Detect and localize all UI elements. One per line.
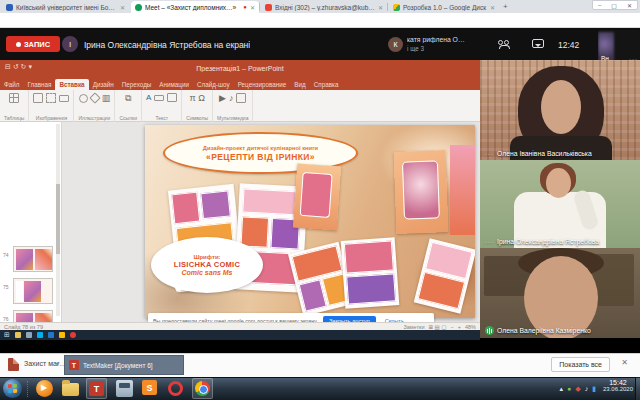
slide-title-line2: «РЕЦЕПТИ ВІД ІРИНКИ» [206,152,315,162]
textbox-icon[interactable] [154,95,164,101]
participant-name: Олена Валеріївна Казміренко [497,327,591,334]
ribbon-tab-home[interactable]: Главная [23,79,55,90]
ribbon-group-images: Изображения [29,90,74,122]
shapes-icon[interactable] [79,94,88,103]
presenter-opera-icon[interactable] [70,332,76,338]
ribbon-tab-transitions[interactable]: Переходы [118,79,156,90]
tab-meet-active[interactable]: Meet – «Захист дипломних…» ● ✕ [131,1,259,13]
tile-menu-icon[interactable]: ··· [485,151,494,157]
downloaded-file-name[interactable]: Захист маг… [24,360,66,367]
ribbon-tab-view[interactable]: Вид [290,79,309,90]
presenter-start-icon[interactable]: ⊞ [4,330,10,340]
screen-recording-icon[interactable] [236,93,246,103]
media-player-icon[interactable] [36,380,53,397]
slide-thumbnail[interactable] [13,246,53,272]
slide-number: 75 [3,284,9,290]
start-button[interactable] [3,379,22,398]
font-name-2: Comic sans Ms [182,269,233,276]
book-cover-card [293,164,341,231]
tray-status-icon[interactable]: ● [567,381,571,396]
ribbon-tab-design[interactable]: Дизайн [89,79,118,90]
minimize-icon[interactable]: – [598,2,601,8]
smartart-icon[interactable] [89,92,100,103]
video-tile-kazmirenko[interactable]: Олена Валеріївна Казміренко [480,248,640,338]
wordart-icon[interactable]: А [146,93,151,102]
participant-name-text: катя рифлена О… [407,36,477,43]
ribbon-tab-animations[interactable]: Анимации [155,79,193,90]
s-app-icon[interactable]: S [142,380,159,397]
browser-window-controls: – ▢ ✕ [592,0,638,10]
chat-icon[interactable] [532,39,544,48]
tab-close-icon[interactable]: ✕ [378,4,383,11]
group-label: Таблицы [4,115,24,121]
video-icon[interactable]: ▶ [219,93,226,103]
hyperlink-icon[interactable]: ⧉ [125,93,131,104]
table-icon[interactable] [9,93,19,103]
presenter-drive-icon[interactable] [59,332,65,338]
video-tile-yastrebova[interactable]: ··· Ірина Олександрівна Ястребова [480,160,640,248]
explorer-folder-icon[interactable] [62,383,79,396]
audio-icon[interactable]: ♪ [229,93,234,103]
opera-icon[interactable] [168,381,183,396]
tab-close-icon[interactable]: ✕ [490,4,495,11]
restore-icon[interactable]: ▢ [611,2,617,9]
ribbon-group-tables: Таблицы [0,90,29,122]
textmaker-taskbar-icon[interactable]: T [86,378,107,399]
slide-thumbnail-panel: 74 75 76 77 78 79 [0,122,62,322]
show-desktop-button[interactable] [635,377,640,400]
notes-button[interactable]: Заметки [403,324,424,330]
download-caret-icon[interactable]: ▾ [56,360,59,367]
show-all-downloads-button[interactable]: Показать все [551,357,610,372]
ribbon-group-media: ▶ ♪ Мультимедиа [213,90,253,122]
taskbar-clock[interactable]: 15:42 23.06.2020 [603,379,633,392]
presenter-folder-icon[interactable] [15,332,21,338]
tab-university[interactable]: Київський університет імені Бо… ✕ [2,1,129,13]
zoom-in-button[interactable]: + [458,324,461,330]
chart-icon[interactable]: ▥ [102,93,111,103]
equation-symbol-icons[interactable]: π Ω [189,93,204,103]
ribbon-tab-slideshow[interactable]: Слайд-шоу [193,79,234,90]
tab-close-icon[interactable]: ✕ [250,4,255,11]
slide-number: 74 [3,252,9,258]
calculator-icon[interactable] [116,380,133,397]
header-footer-icon[interactable] [167,93,177,102]
zoom-out-button[interactable]: − [451,324,454,330]
presenter-calculator-icon[interactable] [26,332,32,338]
participants-icon[interactable] [498,40,512,49]
presenter-skype-icon[interactable] [37,332,43,338]
chrome-taskbar-icon[interactable] [192,378,213,399]
slide-thumbnail[interactable] [13,278,53,304]
slide-thumbnail[interactable] [13,310,53,322]
group-label: Мультимедиа [217,115,248,121]
ribbon-tab-help[interactable]: Справка [310,79,343,90]
screenshot-icon[interactable] [59,95,69,102]
online-pictures-icon[interactable] [46,93,56,103]
ribbon-tab-review[interactable]: Рецензирование [234,79,291,90]
tray-network-icon[interactable]: ▮ [592,381,596,396]
tab-title: Meet – «Захист дипломних…» [145,4,240,11]
participant-name: Ірина Олександрівна Ястребова [497,238,599,245]
ribbon-tab-file[interactable]: Файл [0,79,23,90]
presenter-edge-icon[interactable] [48,332,54,338]
ribbon-tab-insert-selected[interactable]: Вставка [55,79,88,90]
tray-volume-icon[interactable]: ♪ [585,381,589,396]
tile-menu-icon[interactable]: ··· [485,239,494,245]
s-app-glyph: S [142,380,157,395]
self-view-video[interactable]: Вн ··· [598,30,640,64]
audio-active-icon [485,326,494,335]
tray-expand-icon[interactable]: ▴ [560,381,564,396]
tray-app-icon[interactable]: ◆ [575,381,580,396]
close-icon[interactable]: ✕ [627,2,632,9]
shelf-close-icon[interactable]: ✕ [621,358,628,367]
slide-counter: Слайд 78 из 79 [4,324,43,330]
picture-icon[interactable] [33,93,43,103]
new-tab-button[interactable]: + [503,2,508,11]
view-mode-icons[interactable]: ⊞ ▤ ▢ [428,324,446,330]
tab-drive[interactable]: Розробка 1.0 – Google Диск ✕ [389,1,499,13]
recording-badge: ЗАПИС [6,36,60,52]
textmaker-window-button[interactable]: T TextMaker [Документ 6] [64,355,184,375]
thumbnail-scrollbar[interactable] [56,124,60,316]
tab-gmail[interactable]: Вхідні (302) – y.zhuravska@kub… ✕ [261,1,387,13]
tab-close-icon[interactable]: ✕ [120,4,125,11]
video-tile-vasylkivska[interactable]: ··· Олена Іванівна Васильківська [480,60,640,160]
